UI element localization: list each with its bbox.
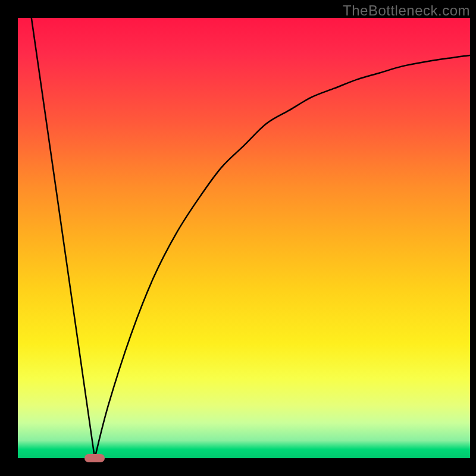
chart-lines (18, 18, 470, 458)
plot-area (18, 18, 470, 458)
watermark-text: TheBottleneck.com (343, 2, 470, 19)
minimum-marker (84, 454, 105, 462)
chart-frame: TheBottleneck.com (0, 0, 476, 476)
bottleneck-left-line (32, 18, 95, 458)
bottleneck-right-curve (95, 55, 470, 458)
